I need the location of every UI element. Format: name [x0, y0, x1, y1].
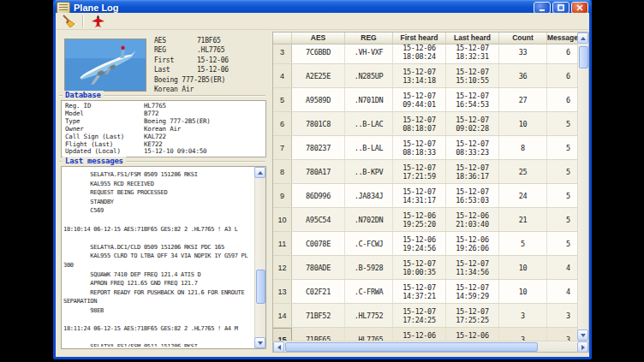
- cell-first-heard: 15-12-0618:09:44: [393, 328, 446, 341]
- table-scroll-right-button[interactable]: [577, 341, 588, 353]
- table-scroll-down-button[interactable]: [577, 329, 588, 341]
- header-first-heard[interactable]: First heard: [393, 33, 446, 44]
- cell-count: 3: [499, 304, 547, 327]
- cell-aes: A95C54: [292, 208, 345, 231]
- down-arrow-icon: [581, 334, 586, 337]
- cell-count: 5: [499, 232, 547, 255]
- table-scroll-left-button[interactable]: [273, 341, 284, 353]
- summary-value: 15-12-06: [197, 56, 229, 65]
- cell-last-heard: 15-12-0714:59:29: [446, 280, 499, 303]
- messages-text: SELATYA.FS1/FSM 0509 151206 RKSI KAL955 …: [63, 170, 253, 347]
- summary-key: Last: [154, 65, 197, 74]
- cell-reg: .HL7752: [345, 304, 393, 327]
- messages-scroll-thumb[interactable]: [256, 270, 265, 304]
- cell-aes: A9589D: [292, 88, 345, 111]
- table-row[interactable]: 6 7801C8 ..B-LAC 15-12-0708:18:07 15-12-…: [273, 112, 588, 136]
- table-horizontal-scroll-thumb[interactable]: [285, 342, 538, 352]
- clear-log-button[interactable]: [58, 14, 79, 29]
- plane-filter-button[interactable]: [87, 14, 108, 29]
- header-last-heard[interactable]: Last heard: [446, 33, 499, 44]
- table-row[interactable]: 4 A2E25E .N285UP 15-12-0713:14:18 15-12-…: [273, 64, 588, 88]
- cell-last-heard: 15-12-0718:36:17: [446, 160, 499, 183]
- cell-count: 10: [499, 280, 547, 303]
- table-row-selected[interactable]: 15 71BF65 .HL7765 15-12-0618:09:44 15-12…: [273, 328, 588, 341]
- table-row[interactable]: 14 71BF52 .HL7752 15-12-0717:24:25 15-12…: [273, 304, 588, 328]
- cell-reg: ..B-LAC: [345, 112, 393, 135]
- cell-first-heard: 15-12-0714:31:17: [393, 184, 446, 207]
- header-row-number[interactable]: [273, 33, 292, 44]
- database-group-label: Database: [63, 91, 104, 99]
- cell-first-heard: 15-12-0714:37:21: [393, 280, 446, 303]
- row-number: 3: [273, 45, 292, 63]
- table-vertical-scroll-thumb[interactable]: [579, 46, 588, 68]
- table-row[interactable]: 13 C02F21 .C-FRWA 15-12-0714:37:21 15-12…: [273, 280, 588, 304]
- messages-scroll-down-button[interactable]: [254, 337, 265, 348]
- cell-aes: A2E25E: [292, 64, 345, 87]
- table-row[interactable]: 10 A95C54 .N702DN 15-12-0619:25:20 15-12…: [273, 208, 588, 232]
- summary-row: AES 71BF65: [154, 36, 270, 45]
- red-plane-icon: [92, 15, 104, 28]
- up-arrow-icon: [581, 37, 586, 40]
- toolbar-separator: [82, 15, 84, 27]
- close-button[interactable]: [571, 2, 588, 14]
- minimize-button[interactable]: [534, 2, 551, 14]
- cell-reg: .C-FRWA: [345, 280, 393, 303]
- table-row[interactable]: 3 7C6BBD .VH-VXF 15-12-0618:08:24 15-12-…: [273, 45, 588, 64]
- table-row[interactable]: 12 780ADE .B-5928 15-12-0710:00:35 15-12…: [273, 256, 588, 280]
- last-messages-panel[interactable]: SELATYA.FS1/FSM 0509 151206 RKSI KAL955 …: [61, 166, 266, 349]
- aircraft-summary: AES 71BF65 REG .HL7765 First 15-12-06 La…: [154, 36, 270, 94]
- messages-scrollbar[interactable]: [254, 167, 265, 348]
- row-number: 6: [273, 112, 292, 135]
- toolbar: [56, 13, 589, 30]
- table-horizontal-scrollbar[interactable]: [273, 341, 588, 352]
- database-grid: Reg. IDHL7765 ModelB772 TypeBoeing 777-2…: [62, 101, 265, 157]
- row-number: 11: [273, 232, 292, 255]
- window-title: Plane Log: [74, 3, 532, 13]
- plane-log-window: Plane Log: [53, 0, 592, 359]
- summary-row: Last 15-12-06: [154, 65, 270, 74]
- row-number: 5: [273, 88, 292, 111]
- down-arrow-icon: [258, 341, 263, 345]
- cell-count: 25: [499, 160, 547, 183]
- aircraft-type-line: Boeing 777-2B5(ER): [154, 75, 270, 85]
- cell-count: 10: [499, 256, 547, 279]
- table-header: AES REG First heard Last heard Count Mes…: [273, 33, 588, 45]
- maximize-button[interactable]: [552, 2, 569, 14]
- cell-aes: 780237: [292, 136, 345, 159]
- header-count[interactable]: Count: [499, 33, 547, 44]
- table-vertical-scrollbar[interactable]: [577, 33, 588, 341]
- cell-first-heard: 15-12-0619:24:56: [393, 232, 446, 255]
- header-reg[interactable]: REG: [345, 33, 393, 44]
- cell-aes: 7C6BBD: [292, 45, 345, 63]
- row-number: 15: [273, 328, 292, 341]
- row-number: 12: [273, 256, 292, 279]
- table-row[interactable]: 5 A9589D .N701DN 15-12-0709:44:01 15-12-…: [273, 88, 588, 112]
- korean-air-777-image: [65, 39, 146, 91]
- cell-reg: .HL7765: [345, 328, 393, 341]
- window-body: AES 71BF65 REG .HL7765 First 15-12-06 La…: [56, 30, 589, 357]
- cell-reg: .N702DN: [345, 208, 393, 231]
- summary-key: First: [154, 56, 197, 65]
- row-number: 10: [273, 208, 292, 231]
- cell-last-heard: 15-12-0716:53:03: [446, 184, 499, 207]
- cell-aes: C02F21: [292, 280, 345, 303]
- table-row[interactable]: 11 C0078E .C-FCWJ 15-12-0619:24:56 15-12…: [273, 232, 588, 256]
- header-aes[interactable]: AES: [292, 33, 345, 44]
- table-scroll-up-button[interactable]: [577, 33, 588, 44]
- table-row[interactable]: 8 780A17 ..B-KPV 15-12-0717:21:59 15-12-…: [273, 160, 588, 184]
- cell-count: 10: [499, 112, 547, 135]
- last-messages-group-label: Last messages: [63, 157, 126, 165]
- cell-aes: 86D996: [292, 184, 345, 207]
- db-key: Updated (Local): [65, 148, 144, 156]
- cell-aes: 7801C8: [292, 112, 345, 135]
- cell-last-heard: 15-12-0711:34:56: [446, 256, 499, 279]
- cell-aes: 71BF65: [292, 328, 345, 341]
- messages-scroll-up-button[interactable]: [254, 167, 265, 178]
- screen: Plane Log: [0, 0, 644, 362]
- summary-row: REG .HL7765: [154, 45, 270, 55]
- cell-first-heard: 15-12-0717:21:59: [393, 160, 446, 183]
- cell-last-heard: 15-12-0716:54:53: [446, 88, 499, 111]
- table-row[interactable]: 9 86D996 .JA834J 15-12-0714:31:17 15-12-…: [273, 184, 588, 208]
- maximize-icon: [558, 4, 564, 11]
- table-row[interactable]: 7 780237 ..B-LAL 15-12-0708:18:33 15-12-…: [273, 136, 588, 160]
